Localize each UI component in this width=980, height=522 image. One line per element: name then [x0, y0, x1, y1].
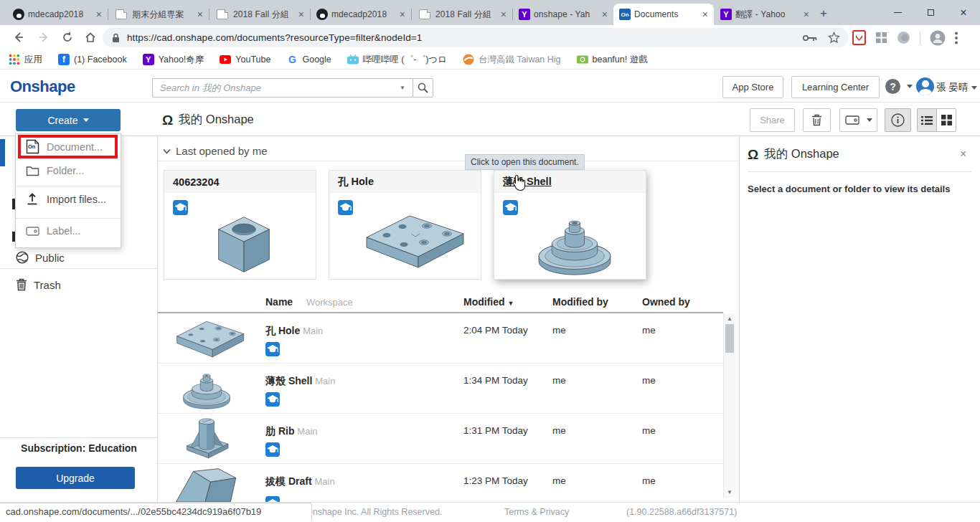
tab-close-icon[interactable]: ×: [96, 9, 102, 19]
document-card-40623204[interactable]: 40623204: [164, 170, 316, 280]
search-placeholder: Search in 我的 Onshape: [160, 82, 261, 95]
search-input[interactable]: Search in 我的 Onshape ▼: [152, 78, 413, 98]
details-panel-close-icon[interactable]: ×: [960, 148, 966, 161]
onshape-logo[interactable]: Onshape: [10, 77, 75, 96]
bookmark-yahoo[interactable]: Y Yahoo!奇摩: [143, 54, 204, 66]
row-name[interactable]: 肋 Rib Main: [265, 425, 318, 438]
share-button[interactable]: Share: [750, 108, 795, 132]
help-menu[interactable]: ?: [885, 79, 913, 94]
label-button[interactable]: [839, 108, 877, 132]
search-dropdown-caret-icon[interactable]: ▼: [400, 85, 405, 91]
documents-toolbar: [0, 103, 980, 136]
column-header-name[interactable]: Name: [265, 296, 293, 308]
column-header-modified[interactable]: Modified ▼: [463, 296, 514, 308]
menu-item-folder[interactable]: Folder...: [16, 165, 122, 176]
column-header-owned-by[interactable]: Owned by: [642, 296, 690, 308]
refresh-icon[interactable]: [61, 31, 74, 47]
scrollbar-thumb[interactable]: [725, 324, 734, 353]
list-view-button[interactable]: [918, 109, 937, 131]
password-key-icon[interactable]: [802, 34, 818, 42]
tab-onshape-yahoo[interactable]: Y onshape - Yah ×: [513, 4, 613, 25]
bookmark-beanfun[interactable]: beanfun! 遊戲: [577, 54, 648, 66]
row-name[interactable]: 薄殼 Shell Main: [265, 375, 335, 388]
bookmark-thsr[interactable]: 台灣高鐵 Taiwan Hig: [463, 54, 561, 66]
education-badge-icon: [173, 200, 188, 215]
tab-close-icon[interactable]: ×: [400, 9, 405, 19]
row-thumbnail-plate-holes: [166, 315, 247, 360]
home-icon[interactable]: [84, 31, 97, 47]
profile-avatar-icon[interactable]: [930, 30, 946, 46]
tab-close-icon[interactable]: ×: [298, 9, 304, 19]
minimize-button[interactable]: [881, 0, 914, 25]
delete-button[interactable]: [803, 108, 831, 132]
tab-close-icon[interactable]: ×: [501, 9, 507, 19]
tab-close-icon[interactable]: ×: [804, 9, 809, 19]
learning-center-button[interactable]: Learning Center: [791, 76, 880, 98]
circle-extension-icon[interactable]: [897, 31, 910, 44]
user-avatar[interactable]: [916, 77, 934, 95]
column-header-workspace[interactable]: Workspace: [306, 297, 353, 308]
column-header-modified-by[interactable]: Modified by: [552, 296, 608, 308]
highlight-red-box: [18, 135, 118, 158]
sidebar-item-label: Public: [35, 252, 65, 264]
forward-icon[interactable]: [37, 31, 50, 47]
scroll-up-icon[interactable]: ▲: [724, 315, 735, 322]
grid-extension-icon[interactable]: [875, 32, 887, 44]
bookmark-star-icon[interactable]: [828, 32, 840, 44]
table-row-shell[interactable]: 薄殼 Shell Main 1:34 PM Today me me: [158, 364, 723, 414]
chrome-menu-icon[interactable]: [955, 32, 958, 44]
table-row-rib[interactable]: 肋 Rib Main 1:31 PM Today me me: [158, 414, 723, 464]
tab-mdecadp-2[interactable]: mdecadp2018 ×: [311, 4, 411, 25]
app-store-button[interactable]: App Store: [722, 76, 783, 98]
table-row-draft[interactable]: 拔模 Draft Main 1:23 PM Today me me: [158, 464, 723, 502]
address-bar[interactable]: https://cad.onshape.com/documents?resour…: [103, 28, 849, 47]
tab-documents-active[interactable]: On Documents ×: [613, 4, 714, 25]
table-scrollbar[interactable]: ▲ ▼: [723, 313, 735, 498]
grid-view-button[interactable]: [937, 109, 956, 131]
search-button[interactable]: [413, 78, 433, 98]
footer-terms-link[interactable]: Terms & Privacy: [504, 507, 569, 517]
tab-mdecadp-1[interactable]: mdecadp2018 ×: [7, 4, 108, 25]
section-title: Last opened by me: [176, 145, 268, 157]
user-menu[interactable]: 張 晏晴: [936, 81, 977, 94]
adblock-extension-icon[interactable]: [852, 30, 866, 45]
tab-2018-fall-2[interactable]: 2018 Fall 分組 ×: [412, 4, 512, 25]
back-icon[interactable]: [12, 31, 25, 47]
tab-project[interactable]: 期末分組専案 ×: [108, 4, 209, 25]
tab-close-icon[interactable]: ×: [602, 9, 608, 19]
tab-translate-yahoo[interactable]: Y 翻譯 - Yahoo ×: [715, 4, 815, 25]
upgrade-button[interactable]: Upgrade: [16, 467, 135, 489]
tab-title: 2018 Fall 分組: [435, 9, 497, 21]
info-button[interactable]: [885, 108, 911, 132]
bookmark-youtube[interactable]: YouTube: [220, 54, 270, 65]
list-view-icon: [921, 115, 933, 125]
last-opened-section-header[interactable]: Last opened by me: [163, 145, 268, 157]
tab-title: 翻譯 - Yahoo: [735, 9, 800, 21]
tab-close-icon[interactable]: ×: [197, 9, 203, 19]
create-button[interactable]: Create: [16, 109, 121, 131]
tab-title: 2018 Fall 分組: [233, 9, 295, 21]
tab-close-icon[interactable]: ×: [702, 9, 708, 19]
sidebar-item-trash[interactable]: Trash: [16, 278, 61, 291]
bookmark-facebook[interactable]: f (1) Facebook: [58, 54, 127, 65]
bookmark-apps[interactable]: 应用: [9, 54, 42, 66]
my-onshape-icon: Ω: [748, 148, 758, 161]
url-text: https://cad.onshape.com/documents?resour…: [127, 32, 422, 43]
menu-item-label: Import files...: [47, 194, 106, 205]
tab-2018-fall-1[interactable]: 2018 Fall 分組 ×: [209, 4, 310, 25]
bookmark-google[interactable]: G Google: [286, 54, 331, 65]
menu-item-label-create[interactable]: Label...: [16, 225, 122, 237]
row-name[interactable]: 孔 Hole Main: [265, 325, 323, 338]
sidebar-item-public[interactable]: Public: [16, 251, 65, 264]
document-card-hole[interactable]: 孔 Hole: [329, 170, 481, 280]
hand-cursor: [511, 174, 527, 193]
menu-item-import[interactable]: Import files...: [16, 193, 122, 205]
scroll-down-icon[interactable]: ▼: [724, 489, 735, 495]
row-name[interactable]: 拔模 Draft Main: [265, 475, 335, 488]
restore-button[interactable]: [914, 0, 947, 25]
table-row-hole[interactable]: 孔 Hole Main 2:04 PM Today me me: [158, 313, 723, 364]
details-panel-message: Select a document or folder to view its …: [748, 184, 950, 194]
new-tab-button[interactable]: +: [820, 7, 827, 19]
close-window-button[interactable]: ×: [947, 0, 980, 25]
bookmark-bilibili[interactable]: 哔哩哔哩 (゜-゜)つロ: [347, 54, 447, 66]
